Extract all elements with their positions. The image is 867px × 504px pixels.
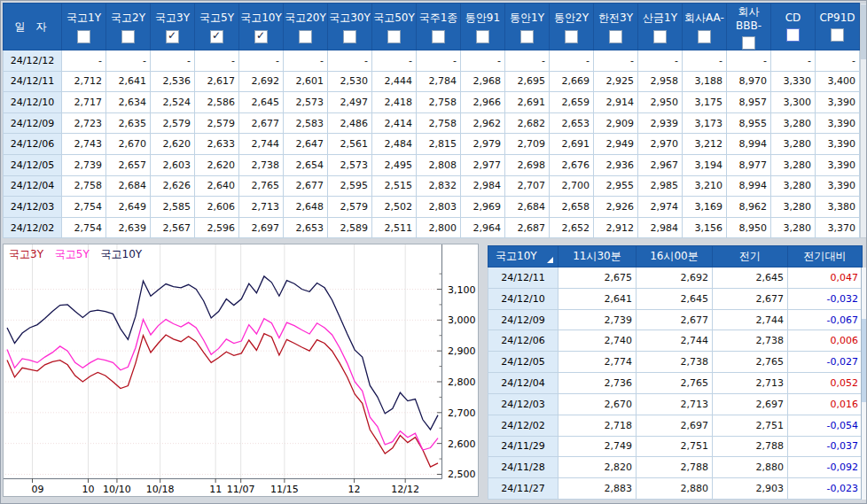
yield-value-cell[interactable]: 2,692 (239, 71, 284, 92)
yield-value-cell[interactable]: 2,758 (417, 92, 461, 113)
yield-value-cell[interactable]: 2,645 (239, 92, 284, 113)
yield-value-cell[interactable]: 3,390 (816, 112, 860, 134)
yield-value-cell[interactable]: 2,620 (195, 154, 239, 175)
yield-value-cell[interactable]: - (638, 50, 683, 72)
yield-value-cell[interactable]: 2,958 (638, 71, 683, 92)
yield-value-cell[interactable]: 2,606 (195, 197, 239, 218)
bt-value-cell[interactable]: 2,718 (558, 415, 637, 436)
yield-value-cell[interactable]: 2,620 (151, 134, 195, 155)
yield-value-cell[interactable]: 8,977 (727, 154, 771, 175)
bt-change-cell[interactable]: -0,023 (788, 478, 863, 500)
yield-value-cell[interactable]: 2,925 (594, 71, 638, 92)
yield-value-cell[interactable]: 3,212 (683, 134, 727, 155)
yield-value-cell[interactable]: 2,800 (417, 217, 461, 238)
bt-value-cell[interactable]: 2,736 (558, 373, 637, 394)
yield-value-cell[interactable]: 2,589 (328, 217, 372, 238)
yield-value-cell[interactable]: - (372, 50, 417, 72)
bt-value-cell[interactable]: 2,713 (713, 373, 788, 394)
column-checkbox[interactable]: ✓ (166, 30, 179, 43)
yield-value-cell[interactable]: 2,784 (417, 71, 461, 92)
yield-value-cell[interactable]: - (195, 50, 239, 72)
bt-value-cell[interactable]: 2,788 (713, 436, 788, 457)
bt-value-cell[interactable]: 2,880 (713, 457, 788, 478)
bt-value-cell[interactable]: 2,765 (637, 373, 713, 394)
yield-value-cell[interactable]: 3,330 (771, 71, 816, 92)
yield-value-cell[interactable]: 2,974 (638, 197, 683, 218)
yield-value-cell[interactable]: 2,634 (106, 92, 151, 113)
yield-value-cell[interactable]: 2,418 (372, 92, 417, 113)
yield-value-cell[interactable]: 3,156 (683, 217, 727, 238)
yield-value-cell[interactable]: 2,754 (62, 197, 106, 218)
column-checkbox[interactable] (609, 30, 622, 43)
yield-value-cell[interactable]: 2,808 (417, 154, 461, 175)
yield-value-cell[interactable]: 2,677 (284, 175, 328, 197)
yield-value-cell[interactable]: 2,502 (372, 197, 417, 218)
row-date-cell[interactable]: 24/12/04 (4, 175, 62, 197)
yield-value-cell[interactable]: 2,909 (594, 112, 638, 134)
yield-value-cell[interactable]: 2,595 (328, 175, 372, 197)
yield-value-cell[interactable]: 3,280 (771, 134, 816, 155)
yield-value-cell[interactable]: 2,695 (505, 71, 550, 92)
bt-value-cell[interactable]: 2,713 (637, 393, 713, 415)
yield-value-cell[interactable]: 2,640 (195, 175, 239, 197)
yield-value-cell[interactable]: 2,497 (328, 92, 372, 113)
bottom-table-scrollbar[interactable] (861, 268, 867, 500)
yield-value-cell[interactable]: 2,955 (594, 175, 638, 197)
yield-value-cell[interactable]: 2,815 (417, 134, 461, 155)
yield-value-cell[interactable]: 2,524 (151, 92, 195, 113)
bt-value-cell[interactable]: 2,903 (713, 478, 788, 500)
yield-value-cell[interactable]: 2,647 (284, 134, 328, 155)
yield-value-cell[interactable]: 3,390 (816, 175, 860, 197)
bt-value-cell[interactable]: 2,697 (713, 393, 788, 415)
bt-change-cell[interactable]: 0,016 (788, 393, 863, 415)
row-date-cell[interactable]: 24/12/10 (4, 92, 62, 113)
bt-value-cell[interactable]: 2,751 (713, 415, 788, 436)
bt-value-cell[interactable]: 2,740 (558, 330, 637, 352)
bt-change-cell[interactable]: 0,006 (788, 330, 863, 352)
bt-value-cell[interactable]: 2,675 (558, 268, 637, 289)
yield-value-cell[interactable]: 2,603 (151, 154, 195, 175)
yield-value-cell[interactable]: 2,561 (328, 134, 372, 155)
yield-value-cell[interactable]: 2,754 (62, 217, 106, 238)
bt-change-cell[interactable]: -0,092 (788, 457, 863, 478)
yield-value-cell[interactable]: 2,687 (505, 217, 550, 238)
bt-row-date-cell[interactable]: 24/12/06 (488, 330, 558, 352)
yield-value-cell[interactable]: 3,280 (771, 154, 816, 175)
yield-value-cell[interactable]: 2,617 (195, 71, 239, 92)
yield-value-cell[interactable]: 2,969 (461, 197, 505, 218)
bt-change-cell[interactable]: -0,032 (788, 288, 863, 309)
bt-value-cell[interactable]: 2,692 (637, 268, 713, 289)
column-checkbox[interactable]: ✓ (210, 30, 223, 43)
yield-value-cell[interactable]: 3,390 (816, 92, 860, 113)
yield-value-cell[interactable]: 2,964 (461, 217, 505, 238)
yield-value-cell[interactable]: 2,698 (505, 154, 550, 175)
yield-value-cell[interactable]: 2,697 (239, 217, 284, 238)
column-checkbox[interactable] (432, 30, 445, 43)
column-checkbox[interactable] (653, 30, 667, 43)
yield-value-cell[interactable]: 3,370 (816, 217, 860, 238)
yield-value-cell[interactable]: 2,984 (638, 217, 683, 238)
column-checkbox[interactable] (742, 36, 755, 50)
yield-value-cell[interactable]: 3,175 (683, 92, 727, 113)
yield-value-cell[interactable]: 2,939 (638, 112, 683, 134)
yield-value-cell[interactable]: 2,970 (638, 134, 683, 155)
column-checkbox[interactable] (831, 28, 844, 42)
yield-value-cell[interactable]: 2,633 (195, 134, 239, 155)
yield-value-cell[interactable]: 2,968 (461, 71, 505, 92)
yield-value-cell[interactable]: 2,573 (284, 92, 328, 113)
yield-value-cell[interactable]: - (594, 50, 638, 72)
yield-value-cell[interactable]: 2,832 (417, 175, 461, 197)
yield-value-cell[interactable]: 2,979 (461, 134, 505, 155)
bt-value-cell[interactable]: 2,697 (637, 415, 713, 436)
bt-value-cell[interactable]: 2,744 (713, 309, 788, 330)
yield-value-cell[interactable]: 8,970 (727, 71, 771, 92)
bt-row-date-cell[interactable]: 24/11/27 (488, 478, 558, 500)
bt-column-header[interactable]: 16시00분 (637, 246, 713, 268)
row-date-cell[interactable]: 24/12/03 (4, 197, 62, 218)
yield-value-cell[interactable]: - (683, 50, 727, 72)
column-checkbox[interactable] (299, 30, 312, 43)
yield-value-cell[interactable]: 2,739 (62, 154, 106, 175)
bt-row-date-cell[interactable]: 24/12/11 (488, 268, 558, 289)
bt-value-cell[interactable]: 2,670 (558, 393, 637, 415)
yield-value-cell[interactable]: 3,280 (771, 217, 816, 238)
